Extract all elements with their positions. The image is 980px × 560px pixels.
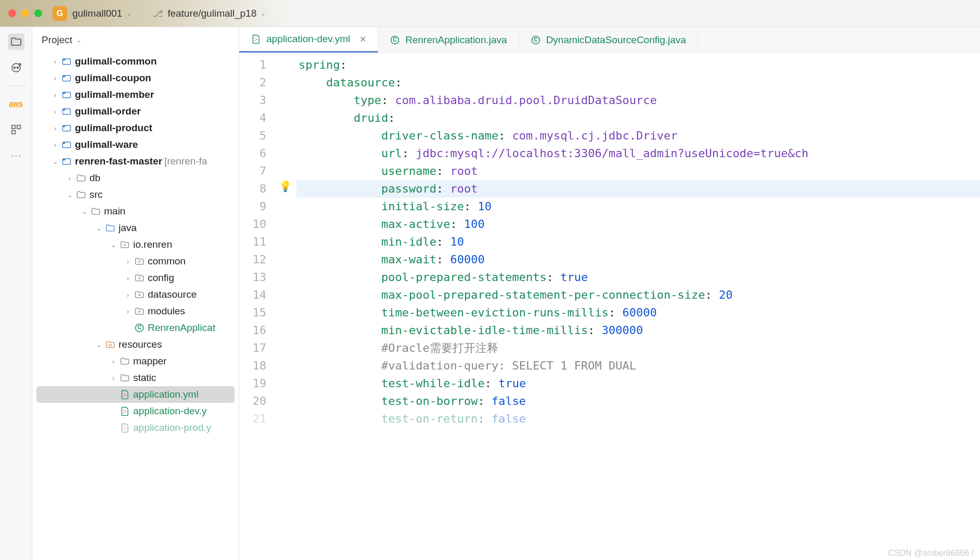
chevron-down-icon[interactable]: ⌄ <box>126 10 132 17</box>
module-icon <box>61 90 72 100</box>
tree-item[interactable]: ›gulimall-ware <box>32 136 239 153</box>
tree-item[interactable]: application-dev.y <box>32 403 239 419</box>
tree-arrow-icon[interactable]: › <box>51 108 59 116</box>
line-gutter: 123456789101112131415161718192021 <box>239 53 275 560</box>
project-name[interactable]: gulimall001 <box>72 8 122 19</box>
tree-arrow-icon[interactable]: ⌄ <box>80 208 88 215</box>
tree-item[interactable]: application-prod.y <box>32 419 239 436</box>
tree-item[interactable]: CRenrenApplicat <box>32 320 239 336</box>
editor-tab[interactable]: CRenrenApplication.java <box>378 27 519 53</box>
line-number: 6 <box>239 145 266 162</box>
code-line[interactable]: initial-size: 10 <box>296 198 980 215</box>
chevron-down-icon[interactable]: ⌄ <box>76 36 82 44</box>
tree-arrow-icon[interactable]: › <box>109 374 118 382</box>
code-line[interactable]: test-on-return: false <box>296 410 980 428</box>
tree-item[interactable]: ⌄resources <box>32 336 239 353</box>
tree-arrow-icon[interactable]: › <box>51 58 59 66</box>
minimize-window-button[interactable] <box>21 9 29 17</box>
tree-item[interactable]: ›gulimall-common <box>32 53 239 70</box>
lightbulb-icon[interactable]: 💡 <box>279 180 292 193</box>
code-editor[interactable]: 123456789101112131415161718192021 💡 spri… <box>239 53 980 560</box>
branch-name[interactable]: feature/gulimall_p18 <box>167 8 256 19</box>
project-tree[interactable]: ›gulimall-common›gulimall-coupon›gulimal… <box>32 53 239 560</box>
editor-tab[interactable]: application-dev.yml✕ <box>239 27 378 53</box>
tree-item[interactable]: ⌄src <box>32 186 239 203</box>
close-window-button[interactable] <box>8 9 16 17</box>
tree-arrow-icon[interactable]: › <box>51 74 59 82</box>
copilot-icon[interactable]: ? <box>8 59 24 76</box>
tree-item[interactable]: ›gulimall-order <box>32 103 239 120</box>
tree-arrow-icon[interactable]: › <box>124 308 132 315</box>
tree-item[interactable]: ⌄io.renren <box>32 236 239 253</box>
code-line[interactable]: password: root <box>296 180 980 198</box>
tree-item[interactable]: ›mapper <box>32 353 239 370</box>
code-line[interactable]: datasource: <box>296 74 980 92</box>
tree-arrow-icon[interactable]: › <box>51 141 59 149</box>
aws-icon[interactable]: aws <box>8 95 24 112</box>
code-line[interactable]: pool-prepared-statements: true <box>296 269 980 286</box>
tree-label: resources <box>119 339 162 350</box>
tree-item[interactable]: ›gulimall-member <box>32 86 239 103</box>
close-tab-icon[interactable]: ✕ <box>359 34 366 44</box>
code-line[interactable]: max-wait: 60000 <box>296 251 980 269</box>
code-line[interactable]: type: com.alibaba.druid.pool.DruidDataSo… <box>296 92 980 109</box>
tree-label: application-prod.y <box>133 422 211 434</box>
tree-item[interactable]: ›config <box>32 270 239 286</box>
code-content[interactable]: spring: datasource: type: com.alibaba.dr… <box>296 53 980 560</box>
svg-point-23 <box>138 277 140 279</box>
tree-item[interactable]: ›datasource <box>32 286 239 303</box>
code-line[interactable]: max-active: 100 <box>296 215 980 233</box>
svg-point-28 <box>123 393 124 394</box>
more-icon[interactable]: ⋯ <box>8 147 24 164</box>
tree-arrow-icon[interactable]: › <box>51 91 59 99</box>
tree-label: gulimall-ware <box>75 139 138 150</box>
tree-arrow-icon[interactable]: ⌄ <box>51 158 59 166</box>
code-line[interactable]: min-idle: 10 <box>296 233 980 251</box>
tree-item[interactable]: ⌄java <box>32 220 239 236</box>
tree-arrow-icon[interactable]: ⌄ <box>66 191 74 199</box>
code-line[interactable]: test-while-idle: true <box>296 375 980 392</box>
tree-arrow-icon[interactable]: › <box>124 274 132 282</box>
panel-header[interactable]: Project ⌄ <box>32 27 239 53</box>
tree-label: modules <box>148 306 185 317</box>
tree-item[interactable]: ›db <box>32 170 239 186</box>
code-line[interactable]: test-on-borrow: false <box>296 392 980 410</box>
code-line[interactable]: #validation-query: SELECT 1 FROM DUAL <box>296 357 980 375</box>
tree-arrow-icon[interactable]: › <box>109 358 118 365</box>
line-number: 18 <box>239 357 266 375</box>
project-tool-icon[interactable] <box>8 33 24 50</box>
chevron-down-icon[interactable]: ⌄ <box>261 10 266 17</box>
code-line[interactable]: #Oracle需要打开注释 <box>296 339 980 357</box>
tree-arrow-icon[interactable]: › <box>124 258 132 265</box>
tree-item[interactable]: ›common <box>32 253 239 270</box>
code-line[interactable]: url: jdbc:mysql://localhost:3306/mall_ad… <box>296 145 980 162</box>
tree-arrow-icon[interactable]: ⌄ <box>109 241 118 249</box>
tree-item[interactable]: ⌄main <box>32 203 239 220</box>
tree-item[interactable]: ⌄renren-fast-master [renren-fa <box>32 153 239 170</box>
code-line[interactable]: username: root <box>296 162 980 180</box>
tree-arrow-icon[interactable]: › <box>66 174 74 182</box>
line-number: 11 <box>239 233 266 251</box>
code-line[interactable]: max-pool-prepared-statement-per-connecti… <box>296 286 980 304</box>
tree-item[interactable]: ›gulimall-product <box>32 120 239 136</box>
tree-arrow-icon[interactable]: ⌄ <box>95 224 103 232</box>
maximize-window-button[interactable] <box>34 9 42 17</box>
code-line[interactable]: spring: <box>296 56 980 74</box>
module-icon <box>61 56 72 67</box>
tree-label: datasource <box>148 289 197 300</box>
code-line[interactable]: min-evictable-idle-time-millis: 300000 <box>296 322 980 339</box>
tree-item[interactable]: application.yml <box>36 386 235 403</box>
code-line[interactable]: druid: <box>296 109 980 127</box>
tree-arrow-icon[interactable]: ⌄ <box>95 341 103 349</box>
tree-arrow-icon[interactable]: › <box>51 124 59 132</box>
tree-item[interactable]: ›static <box>32 370 239 386</box>
pkg-icon <box>134 256 145 266</box>
structure-icon[interactable] <box>8 121 24 138</box>
tree-arrow-icon[interactable]: › <box>124 291 132 299</box>
tree-item[interactable]: ›modules <box>32 303 239 320</box>
code-line[interactable]: time-between-eviction-runs-millis: 60000 <box>296 304 980 322</box>
code-line[interactable]: driver-class-name: com.mysql.cj.jdbc.Dri… <box>296 127 980 145</box>
editor-tab[interactable]: CDynamicDataSourceConfig.java <box>519 27 698 53</box>
module-icon <box>61 123 72 133</box>
tree-item[interactable]: ›gulimall-coupon <box>32 70 239 86</box>
